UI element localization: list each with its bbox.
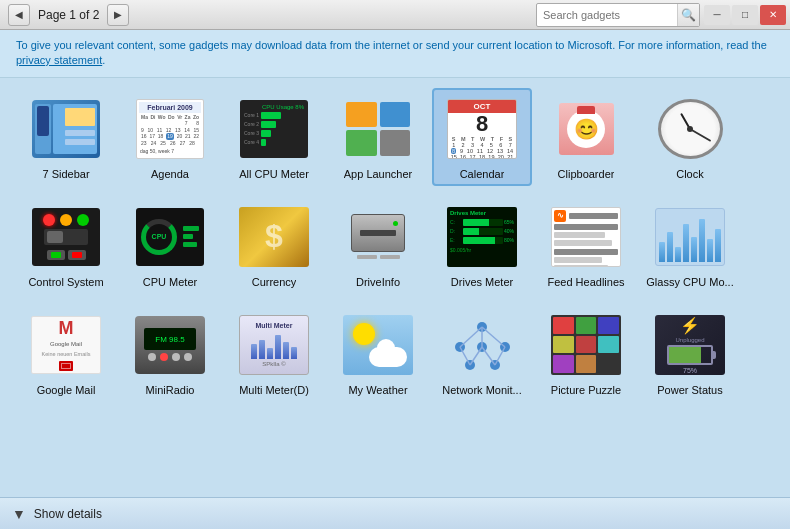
- gadget-label-7sidebar: 7 Sidebar: [42, 168, 89, 180]
- svg-line-10: [495, 347, 505, 365]
- gadget-label-calendar: Calendar: [460, 168, 505, 180]
- gadget-label-drivesmeter: Drives Meter: [451, 276, 513, 288]
- bottom-bar[interactable]: ▼ Show details: [0, 497, 790, 529]
- minimize-button[interactable]: ─: [704, 5, 730, 25]
- gadget-icon-clipboarder: 😊: [546, 94, 626, 164]
- svg-line-9: [460, 347, 470, 365]
- gadget-icon-calendar: OCT 8 SMTWTFS 1234567 891011121314 15161…: [442, 94, 522, 164]
- gadgets-area: 7 Sidebar Februari 2009 MaDiWoDoVrZaZo 7…: [0, 78, 790, 412]
- gadget-icon-glassycpu: [650, 202, 730, 272]
- svg-line-11: [470, 347, 482, 365]
- info-bar: To give you relevant content, some gadge…: [0, 30, 790, 78]
- gadget-driveinfo[interactable]: DriveInfo: [328, 196, 428, 294]
- gadget-label-clock: Clock: [676, 168, 704, 180]
- gadget-7sidebar[interactable]: 7 Sidebar: [16, 88, 116, 186]
- gadget-label-currency: Currency: [252, 276, 297, 288]
- title-bar: ◀ Page 1 of 2 ▶ 🔍 ─ □ ✕: [0, 0, 790, 30]
- gadget-label-cpumeter: CPU Meter: [143, 276, 197, 288]
- gadget-icon-miniradio: FM 98.5: [130, 310, 210, 380]
- gadget-cpumeter[interactable]: CPU CPU Meter: [120, 196, 220, 294]
- gadgets-grid: 7 Sidebar Februari 2009 MaDiWoDoVrZaZo 7…: [16, 88, 774, 402]
- gadget-clock[interactable]: Clock: [640, 88, 740, 186]
- gadget-label-clipboarder: Clipboarder: [558, 168, 615, 180]
- search-button[interactable]: 🔍: [677, 4, 699, 26]
- window-controls: ─ □ ✕: [704, 5, 786, 25]
- gadget-icon-7sidebar: [26, 94, 106, 164]
- gadget-networkmonit[interactable]: Network Monit...: [432, 304, 532, 402]
- info-text: To give you relevant content, some gadge…: [16, 39, 767, 66]
- close-button[interactable]: ✕: [760, 5, 786, 25]
- gadget-icon-cpumeter: CPU: [130, 202, 210, 272]
- gadget-feedheadlines[interactable]: ∿ Feed Headlines: [536, 196, 636, 294]
- gadget-multimeter[interactable]: Multi Meter SPkIla © Multi Meter(D): [224, 304, 324, 402]
- gadget-label-feedheadlines: Feed Headlines: [547, 276, 624, 288]
- gadget-clipboarder[interactable]: 😊 Clipboarder: [536, 88, 636, 186]
- gadget-powerstatus[interactable]: ⚡ Unplugged 75% Power Status: [640, 304, 740, 402]
- gadget-label-miniradio: MiniRadio: [146, 384, 195, 396]
- gadget-agenda[interactable]: Februari 2009 MaDiWoDoVrZaZo 78 91011121…: [120, 88, 220, 186]
- gadget-icon-feedheadlines: ∿: [546, 202, 626, 272]
- nav-next-button[interactable]: ▶: [107, 4, 129, 26]
- svg-line-12: [482, 347, 495, 365]
- gadget-label-googlemail: Google Mail: [37, 384, 96, 396]
- show-details-icon: ▼: [12, 506, 26, 522]
- gadget-label-myweather: My Weather: [348, 384, 407, 396]
- gadget-drivesmeter[interactable]: Drives Meter C: 65% D: 40% E: 8: [432, 196, 532, 294]
- gadget-glassycpu[interactable]: Glassy CPU Mo...: [640, 196, 740, 294]
- gadget-icon-picturepuzzle: [546, 310, 626, 380]
- gadget-icon-agenda: Februari 2009 MaDiWoDoVrZaZo 78 91011121…: [130, 94, 210, 164]
- gadget-icon-drivesmeter: Drives Meter C: 65% D: 40% E: 8: [442, 202, 522, 272]
- gadget-label-networkmonit: Network Monit...: [442, 384, 521, 396]
- gadget-picturepuzzle[interactable]: Picture Puzzle: [536, 304, 636, 402]
- gadget-icon-allcpumeter: CPU Usage 8% Core 1 Core 2 Core 3 Core 4: [234, 94, 314, 164]
- gadget-icon-currency: $: [234, 202, 314, 272]
- maximize-button[interactable]: □: [732, 5, 758, 25]
- gadget-label-allcpumeter: All CPU Meter: [239, 168, 309, 180]
- gadget-label-multimeter: Multi Meter(D): [239, 384, 309, 396]
- search-box: 🔍: [536, 3, 700, 27]
- gadget-label-picturepuzzle: Picture Puzzle: [551, 384, 621, 396]
- gadget-icon-applauncher: [338, 94, 418, 164]
- gadget-icon-googlemail: M Google Mail Keine neuen Emails: [26, 310, 106, 380]
- gadget-icon-multimeter: Multi Meter SPkIla ©: [234, 310, 314, 380]
- gadget-myweather[interactable]: My Weather: [328, 304, 428, 402]
- gadget-label-driveinfo: DriveInfo: [356, 276, 400, 288]
- gadget-label-powerstatus: Power Status: [657, 384, 722, 396]
- nav-prev-button[interactable]: ◀: [8, 4, 30, 26]
- show-details-text: Show details: [34, 507, 102, 521]
- gadget-icon-powerstatus: ⚡ Unplugged 75%: [650, 310, 730, 380]
- gadget-icon-myweather: [338, 310, 418, 380]
- gadget-label-glassycpu: Glassy CPU Mo...: [646, 276, 733, 288]
- gadget-icon-networkmonit: [442, 310, 522, 380]
- gadget-calendar[interactable]: OCT 8 SMTWTFS 1234567 891011121314 15161…: [432, 88, 532, 186]
- page-label: Page 1 of 2: [38, 8, 99, 22]
- gadget-label-agenda: Agenda: [151, 168, 189, 180]
- search-input[interactable]: [537, 7, 677, 23]
- gadget-controlsystem[interactable]: Control System: [16, 196, 116, 294]
- gadget-applauncher[interactable]: App Launcher: [328, 88, 428, 186]
- gadget-currency[interactable]: $ Currency: [224, 196, 324, 294]
- title-bar-left: ◀ Page 1 of 2 ▶: [8, 4, 129, 26]
- gadget-icon-driveinfo: [338, 202, 418, 272]
- privacy-link[interactable]: privacy statement: [16, 54, 102, 66]
- title-bar-right: 🔍 ─ □ ✕: [536, 3, 786, 27]
- gadget-googlemail[interactable]: M Google Mail Keine neuen Emails Google …: [16, 304, 116, 402]
- gadget-label-applauncher: App Launcher: [344, 168, 413, 180]
- gadget-allcpumeter[interactable]: CPU Usage 8% Core 1 Core 2 Core 3 Core 4…: [224, 88, 324, 186]
- gadget-label-controlsystem: Control System: [28, 276, 103, 288]
- gadget-icon-clock: [650, 94, 730, 164]
- gadget-icon-controlsystem: [26, 202, 106, 272]
- gadget-miniradio[interactable]: FM 98.5 MiniRadio: [120, 304, 220, 402]
